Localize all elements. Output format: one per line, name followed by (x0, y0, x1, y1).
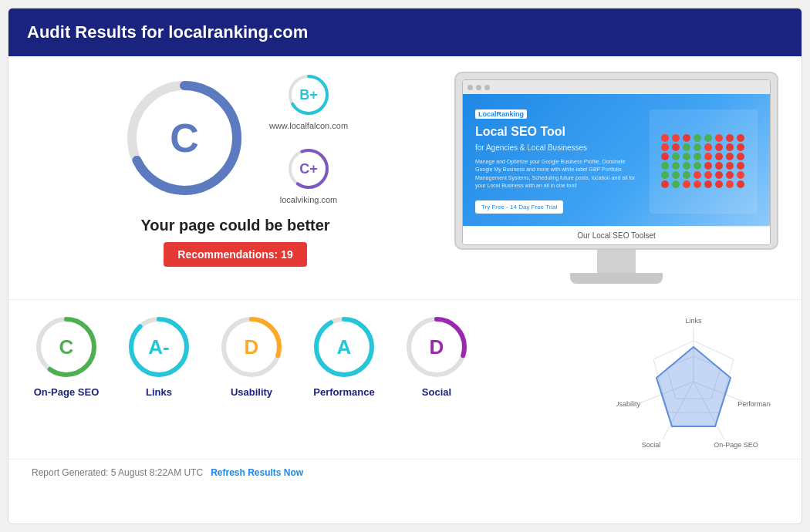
grid-dot (737, 162, 744, 170)
grid-dot (715, 153, 723, 160)
browser-dot-3 (484, 85, 490, 90)
recommendations-button[interactable]: Recommendations: 19 (164, 242, 306, 267)
score-circle: D (217, 312, 286, 382)
score-grade: A (337, 335, 352, 359)
preview-logo-badge: LocalRanking (475, 109, 527, 119)
grid-dot (672, 180, 680, 188)
main-grade: C (170, 115, 199, 161)
grid-dot (704, 180, 712, 188)
grid-dot (661, 153, 669, 160)
competitor-2: C+ localviking.com (269, 146, 348, 204)
grid-dot (737, 153, 744, 160)
monitor: LocalRanking Local SEO Tool for Agencies… (454, 72, 778, 250)
grid-dot (737, 171, 744, 179)
preview-body-text: Manage and Optimize your Google Business… (475, 158, 640, 190)
monitor-stand-base (570, 273, 663, 284)
grid-dot (726, 143, 734, 151)
competitor-1-circle: B+ (285, 72, 332, 118)
monitor-wrapper: LocalRanking Local SEO Tool for Agencies… (454, 72, 778, 284)
page-title: Audit Results for localranking.com (27, 22, 308, 42)
grid-dot (683, 153, 690, 160)
grid-dot (683, 171, 690, 179)
grid-dot (683, 180, 690, 188)
svg-text:Links: Links (685, 317, 702, 325)
preview-cta-button[interactable]: Try Free - 14 Day Free Trial (475, 200, 563, 214)
score-grade: D (430, 335, 444, 359)
competitor-2-grade: C+ (299, 161, 318, 177)
score-circle: D (402, 312, 471, 382)
grid-dot (683, 134, 690, 142)
score-item-usability: D Usability (217, 312, 286, 398)
preview-text: LocalRanking Local SEO Tool for Agencies… (475, 109, 640, 214)
page-header: Audit Results for localranking.com (8, 8, 802, 56)
score-grade: C (59, 335, 74, 359)
screen-bottom-label: Our Local SEO Toolset (463, 226, 770, 244)
grid-dot (672, 153, 680, 160)
competitor-1-grade: B+ (299, 87, 318, 103)
grid-dot (704, 134, 712, 142)
svg-text:Usability: Usability (616, 400, 641, 408)
grid-dot (661, 171, 669, 179)
dots-grid (658, 131, 749, 191)
score-label: Links (146, 386, 172, 398)
grid-dot (715, 171, 723, 179)
grid-dot (672, 134, 680, 142)
grid-dot (715, 162, 723, 170)
refresh-link[interactable]: Refresh Results Now (211, 467, 303, 478)
score-label: Performance (313, 386, 374, 398)
grid-dot (737, 143, 744, 151)
browser-dot-2 (476, 85, 481, 90)
grid-dot (661, 162, 669, 170)
main-score-area: C B+ www.localfalcon.com (123, 72, 348, 204)
radar-section: Links Performance On-Page SEO Social Usa… (609, 312, 778, 451)
svg-text:Performance: Performance (737, 400, 771, 408)
grid-dot (683, 143, 690, 151)
preview-title: Local SEO Tool (475, 124, 640, 140)
grid-dot (737, 180, 744, 188)
grid-dot (672, 171, 680, 179)
website-preview: LocalRanking Local SEO Tool for Agencies… (463, 94, 770, 226)
grid-dot (694, 162, 701, 170)
bottom-section: C On-Page SEO A- Links D Usability (8, 299, 802, 459)
footer: Report Generated: 5 August 8:22AM UTC Re… (8, 459, 802, 486)
grid-dot (704, 153, 712, 160)
competitors-list: B+ www.localfalcon.com C+ localviking (269, 72, 348, 204)
browser-bar (463, 80, 770, 94)
audit-card: Audit Results for localranking.com C (8, 8, 802, 524)
grid-dot (672, 143, 680, 151)
preview-subtitle: for Agencies & Local Businesses (475, 143, 640, 152)
grid-dot (726, 134, 734, 142)
grid-dot (694, 134, 701, 142)
score-item-on-page-seo: C On-Page SEO (32, 312, 101, 398)
grid-dot (704, 143, 712, 151)
score-item-links: A- Links (124, 312, 194, 398)
score-circle: A (309, 312, 379, 382)
score-circle: C (32, 312, 101, 382)
grid-dot (726, 153, 734, 160)
scores-row: C On-Page SEO A- Links D Usability (32, 312, 609, 398)
grid-dot (715, 180, 723, 188)
grid-dot (737, 134, 744, 142)
grid-dot (683, 162, 690, 170)
left-panel: C B+ www.localfalcon.com (32, 72, 439, 284)
competitor-1-label: www.localfalcon.com (269, 121, 348, 130)
score-message: Your page could be better (140, 217, 329, 234)
score-grade: D (245, 335, 259, 359)
grid-dot (726, 180, 734, 188)
browser-dot-1 (467, 85, 473, 90)
competitor-2-circle: C+ (285, 146, 332, 192)
score-label: On-Page SEO (34, 386, 100, 398)
grid-dot (694, 171, 701, 179)
svg-text:On-Page SEO: On-Page SEO (714, 441, 758, 449)
grid-dot (704, 162, 712, 170)
main-score-circle: C (123, 76, 246, 200)
score-label: Usability (231, 386, 272, 398)
score-item-performance: A Performance (309, 312, 379, 398)
svg-marker-23 (656, 347, 731, 426)
grid-dot (726, 171, 734, 179)
grid-dot (661, 180, 669, 188)
competitor-1: B+ www.localfalcon.com (269, 72, 348, 130)
grid-dot (694, 153, 701, 160)
grid-dot (661, 134, 669, 142)
grid-dot (694, 180, 701, 188)
